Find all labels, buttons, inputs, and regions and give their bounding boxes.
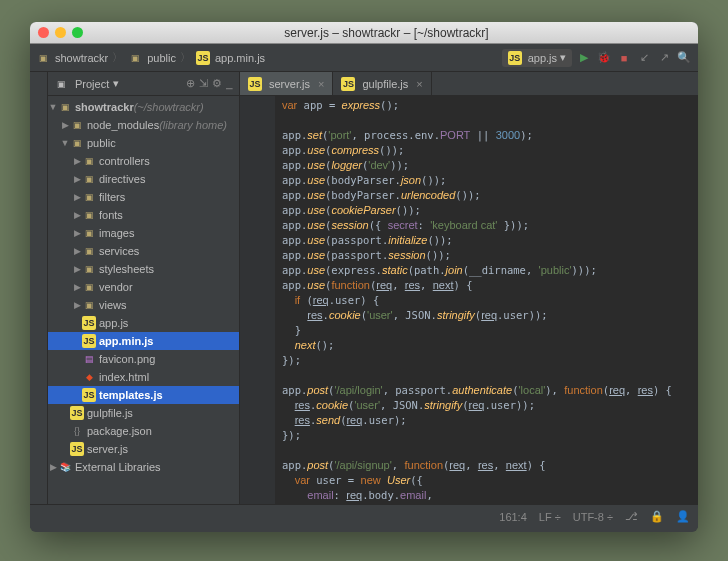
js-file-icon: JS [82, 388, 96, 402]
tree-folder[interactable]: ▶▣fonts [48, 206, 239, 224]
editor-tab[interactable]: JSgulpfile.js× [333, 72, 431, 95]
stop-button[interactable]: ■ [616, 50, 632, 66]
tree-folder[interactable]: ▶▣controllers [48, 152, 239, 170]
panel-title: Project [75, 78, 109, 90]
tree-file-selected[interactable]: JSapp.min.js [48, 332, 239, 350]
folder-icon: ▣ [36, 51, 50, 65]
js-file-icon: JS [70, 442, 84, 456]
line-separator[interactable]: LF ÷ [539, 511, 561, 523]
tree-file[interactable]: ▤favicon.png [48, 350, 239, 368]
code-content[interactable]: var app = express(); app.set('port', pro… [276, 96, 698, 504]
image-file-icon: ▤ [82, 352, 96, 366]
window-title: server.js – showtrackr – [~/showtrackr] [83, 26, 690, 40]
main-body: ▣ Project ▾ ⊕ ⇲ ⚙ ⎯ ▼▣showtrackr (~/show… [30, 72, 698, 504]
folder-icon: ▣ [82, 172, 96, 186]
folder-icon: ▣ [82, 244, 96, 258]
js-file-icon: JS [82, 334, 96, 348]
close-tab-icon[interactable]: × [416, 78, 422, 90]
hector-icon[interactable]: 👤 [676, 510, 690, 523]
tree-folder[interactable]: ▶▣images [48, 224, 239, 242]
git-branch-icon[interactable]: ⎇ [625, 510, 638, 523]
folder-icon: ▣ [128, 51, 142, 65]
window-controls [38, 27, 83, 38]
js-file-icon: JS [341, 77, 355, 91]
vcs-commit-button[interactable]: ↗ [656, 50, 672, 66]
hide-icon[interactable]: ⎯ [226, 77, 233, 90]
folder-icon: ▣ [82, 262, 96, 276]
toolbar-right: JSapp.js ▾ ▶ 🐞 ■ ↙ ↗ 🔍 [502, 49, 692, 67]
collapse-all-icon[interactable]: ⇲ [199, 77, 208, 90]
tree-folder[interactable]: ▶▣node_modules (library home) [48, 116, 239, 134]
folder-icon: ▣ [82, 190, 96, 204]
project-panel-header: ▣ Project ▾ ⊕ ⇲ ⚙ ⎯ [48, 72, 239, 96]
html-file-icon: ◆ [82, 370, 96, 384]
ide-window: server.js – showtrackr – [~/showtrackr] … [30, 22, 698, 532]
chevron-down-icon[interactable]: ▾ [113, 77, 119, 90]
tree-file[interactable]: ◆index.html [48, 368, 239, 386]
run-button[interactable]: ▶ [576, 50, 592, 66]
scroll-from-source-icon[interactable]: ⊕ [186, 77, 195, 90]
tree-file[interactable]: JSserver.js [48, 440, 239, 458]
folder-icon: ▣ [82, 154, 96, 168]
breadcrumb-item[interactable]: JSapp.min.js [196, 51, 265, 65]
folder-icon: ▣ [70, 136, 84, 150]
zoom-window-button[interactable] [72, 27, 83, 38]
left-gutter [30, 72, 48, 504]
tree-folder[interactable]: ▶▣filters [48, 188, 239, 206]
tree-folder[interactable]: ▶▣services [48, 242, 239, 260]
minimize-window-button[interactable] [55, 27, 66, 38]
breadcrumb-item[interactable]: ▣public〉 [128, 50, 193, 65]
editor-area: JSserver.js× JSgulpfile.js× var app = ex… [240, 72, 698, 504]
tree-folder[interactable]: ▶▣stylesheets [48, 260, 239, 278]
run-configuration-selector[interactable]: JSapp.js ▾ [502, 49, 572, 67]
folder-icon: ▣ [58, 100, 72, 114]
folder-icon: ▣ [82, 298, 96, 312]
json-file-icon: {} [70, 424, 84, 438]
editor-tab-active[interactable]: JSserver.js× [240, 72, 333, 95]
tree-external-libraries[interactable]: ▶📚External Libraries [48, 458, 239, 476]
folder-icon: ▣ [70, 118, 84, 132]
navigation-bar: ▣showtrackr〉 ▣public〉 JSapp.min.js JSapp… [30, 44, 698, 72]
project-icon: ▣ [54, 77, 68, 91]
chevron-down-icon: ▾ [560, 51, 566, 64]
file-encoding[interactable]: UTF-8 ÷ [573, 511, 613, 523]
gear-icon[interactable]: ⚙ [212, 77, 222, 90]
vcs-update-button[interactable]: ↙ [636, 50, 652, 66]
breadcrumb: ▣showtrackr〉 ▣public〉 JSapp.min.js [36, 50, 502, 65]
close-window-button[interactable] [38, 27, 49, 38]
close-tab-icon[interactable]: × [318, 78, 324, 90]
cursor-position[interactable]: 161:4 [499, 511, 527, 523]
tree-folder[interactable]: ▶▣views [48, 296, 239, 314]
editor-tabs: JSserver.js× JSgulpfile.js× [240, 72, 698, 96]
code-editor[interactable]: var app = express(); app.set('port', pro… [240, 96, 698, 504]
tree-folder[interactable]: ▼▣public [48, 134, 239, 152]
status-bar: 161:4 LF ÷ UTF-8 ÷ ⎇ 🔒 👤 [30, 504, 698, 528]
debug-button[interactable]: 🐞 [596, 50, 612, 66]
folder-icon: ▣ [82, 226, 96, 240]
project-tool-window: ▣ Project ▾ ⊕ ⇲ ⚙ ⎯ ▼▣showtrackr (~/show… [48, 72, 240, 504]
folder-icon: ▣ [82, 208, 96, 222]
tree-folder[interactable]: ▶▣directives [48, 170, 239, 188]
tree-file-selected[interactable]: JStemplates.js [48, 386, 239, 404]
tree-file[interactable]: JSapp.js [48, 314, 239, 332]
folder-icon: ▣ [82, 280, 96, 294]
project-tree[interactable]: ▼▣showtrackr (~/showtrackr) ▶▣node_modul… [48, 96, 239, 504]
tree-file[interactable]: {}package.json [48, 422, 239, 440]
js-file-icon: JS [508, 51, 522, 65]
js-file-icon: JS [196, 51, 210, 65]
lock-icon[interactable]: 🔒 [650, 510, 664, 523]
js-file-icon: JS [248, 77, 262, 91]
breadcrumb-item[interactable]: ▣showtrackr〉 [36, 50, 125, 65]
library-icon: 📚 [58, 460, 72, 474]
tree-root[interactable]: ▼▣showtrackr (~/showtrackr) [48, 98, 239, 116]
search-button[interactable]: 🔍 [676, 50, 692, 66]
js-file-icon: JS [82, 316, 96, 330]
titlebar: server.js – showtrackr – [~/showtrackr] [30, 22, 698, 44]
line-gutter [240, 96, 276, 504]
tree-folder[interactable]: ▶▣vendor [48, 278, 239, 296]
js-file-icon: JS [70, 406, 84, 420]
tree-file[interactable]: JSgulpfile.js [48, 404, 239, 422]
